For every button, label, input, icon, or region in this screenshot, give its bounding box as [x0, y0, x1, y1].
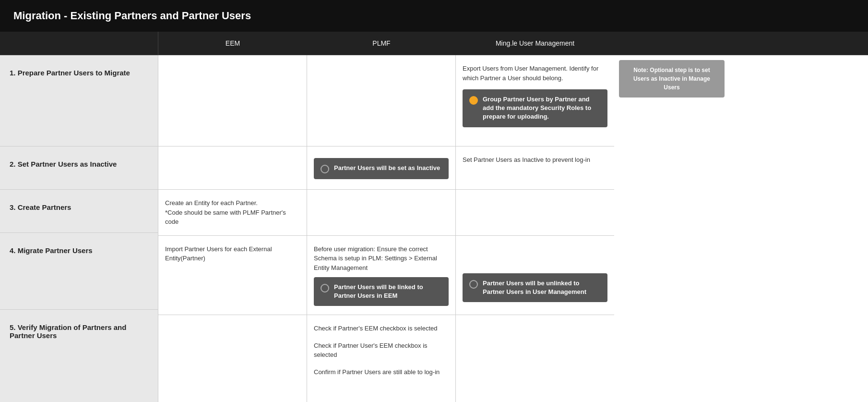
row1-mingle-text: Export Users from User Management. Ident… — [463, 64, 607, 83]
row1-eem-cell — [158, 55, 307, 146]
row2-plmf-card-text: Partner Users will be set as Inactive — [334, 164, 440, 172]
row4-eem-cell: Import Partner Users for each External E… — [158, 236, 307, 316]
row4-plmf-text: Before user migration: Ensure the correc… — [314, 244, 449, 273]
row1-plmf-cell — [307, 55, 456, 146]
row2-eem-cell — [158, 146, 307, 190]
row5-plmf-item1: Check if Partner's EEM checkbox is selec… — [314, 324, 449, 333]
row3-mingle-cell — [456, 190, 614, 236]
row3-eem-cell: Create an Entity for each Partner.*Code … — [158, 190, 307, 236]
row3-plmf-cell — [307, 190, 456, 236]
row2-circle-icon — [321, 165, 329, 173]
col-header-mingle: Ming.le User Management — [456, 32, 614, 55]
row2-plmf-card: Partner Users will be set as Inactive — [314, 158, 449, 179]
row5-plmf-cell: Check if Partner's EEM checkbox is selec… — [307, 315, 456, 402]
step-5: 5. Verify Migration of Partners and Part… — [0, 310, 158, 402]
row5-eem-cell — [158, 315, 307, 402]
note-text: Note: Optional step is to set Users as I… — [633, 67, 710, 91]
step-2-label: 2. Set Partner Users as Inactive — [10, 160, 117, 168]
step-4-label: 4. Migrate Partner Users — [10, 246, 93, 255]
row1-mingle-card: Group Partner Users by Partner and add t… — [463, 89, 607, 127]
main-header: Migration - Existing Partners and Partne… — [0, 0, 868, 32]
step-1: 1. Prepare Partner Users to Migrate — [0, 55, 158, 146]
step-4: 4. Migrate Partner Users — [0, 233, 158, 310]
col-header-plmf: PLMF — [307, 32, 456, 55]
row3-eem-text: Create an Entity for each Partner.*Code … — [165, 198, 300, 227]
column-headers: EEM PLMF Ming.le User Management — [0, 32, 868, 55]
row1-mingle-cell: Export Users from User Management. Ident… — [456, 55, 614, 146]
row4-mingle-cell: Partner Users will be unlinked to Partne… — [456, 236, 614, 316]
content-area: 1. Prepare Partner Users to Migrate 2. S… — [0, 55, 868, 402]
row2-plmf-cell: Partner Users will be set as Inactive — [307, 146, 456, 190]
row1-active-icon — [469, 96, 478, 105]
step-1-label: 1. Prepare Partner Users to Migrate — [10, 69, 130, 77]
row4-plmf-cell: Before user migration: Ensure the correc… — [307, 236, 456, 316]
col-header-eem: EEM — [158, 32, 307, 55]
data-grid: Export Users from User Management. Ident… — [158, 55, 868, 402]
row4-mingle-card: Partner Users will be unlinked to Partne… — [463, 273, 607, 302]
page-wrapper: Migration - Existing Partners and Partne… — [0, 0, 868, 402]
row5-mingle-cell — [456, 315, 614, 402]
row4-mingle-card-text: Partner Users will be unlinked to Partne… — [483, 279, 601, 296]
step-2: 2. Set Partner Users as Inactive — [0, 146, 158, 190]
steps-sidebar: 1. Prepare Partner Users to Migrate 2. S… — [0, 55, 158, 402]
header-title: Migration - Existing Partners and Partne… — [13, 10, 251, 22]
step-3: 3. Create Partners — [0, 190, 158, 233]
note-box: Note: Optional step is to set Users as I… — [619, 60, 725, 97]
row5-plmf-item3: Confirm if Partner Users are still able … — [314, 367, 449, 377]
col-header-empty — [0, 32, 158, 55]
row4-mingle-icon — [469, 280, 478, 289]
row1-card-text: Group Partner Users by Partner and add t… — [483, 95, 601, 122]
row2-mingle-cell: Set Partner Users as Inactive to prevent… — [456, 146, 614, 190]
row4-plmf-card-text: Partner Users will be linked to Partner … — [334, 283, 442, 300]
row2-mingle-text: Set Partner Users as Inactive to prevent… — [463, 155, 607, 165]
step-3-label: 3. Create Partners — [10, 203, 71, 211]
step-5-label: 5. Verify Migration of Partners and Part… — [10, 323, 148, 340]
row5-plmf-item2: Check if Partner User's EEM checkbox is … — [314, 341, 449, 360]
row4-plmf-icon — [321, 284, 329, 292]
row4-eem-text: Import Partner Users for each External E… — [165, 244, 300, 263]
row4-plmf-card: Partner Users will be linked to Partner … — [314, 277, 449, 306]
